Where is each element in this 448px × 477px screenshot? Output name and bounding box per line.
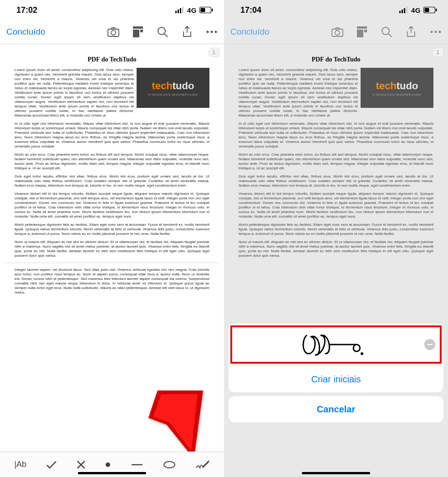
document-area[interactable]: 1 PDF do TechTudo techtudo A TECNOLOGIA … [0,44,224,477]
text-tool-icon[interactable]: |Ab [14,460,26,469]
doc-paragraph: Morbi ac odio eros. Cras pharetra enim t… [15,152,209,171]
share-icon[interactable] [181,26,193,38]
camera-icon[interactable] [331,26,343,38]
svg-point-16 [215,31,217,33]
cross-tool-icon[interactable] [76,460,86,469]
phone-left: 17:02 4G Concluído 1 [0,0,224,477]
svg-rect-10 [133,30,139,37]
done-button[interactable]: Concluído [230,27,270,37]
page-separator [5,263,219,263]
svg-point-8 [111,30,116,35]
status-time: 17:02 [16,5,37,15]
doc-paragraph: In ut odio eget orci bibendum venenatis.… [239,122,433,149]
svg-point-38 [431,31,433,33]
doc-paragraph: Nunc ut mauris elit. Aliquam ac nisl sed… [15,240,209,258]
svg-line-37 [388,34,392,37]
checkmark-tool-icon[interactable] [46,460,57,469]
svg-rect-3 [182,7,183,13]
svg-rect-6 [212,9,213,11]
share-icon[interactable] [405,26,417,38]
svg-point-32 [335,30,340,35]
page-options-icon[interactable] [132,26,144,38]
svg-rect-11 [140,30,143,32]
dot-tool-icon[interactable] [105,462,111,468]
doc-paragraph: Nunc ut mauris elit. Aliquam ac nisl sed… [239,240,433,258]
battery-icon [423,7,437,13]
techtudo-logo: techtudo A TECNOLOGIA DESCOMPLICADA [137,68,209,108]
existing-signature-row[interactable] [229,324,443,365]
svg-rect-1 [178,10,179,13]
status-right: 4G [175,6,213,14]
top-toolbar: Concluído [224,20,448,44]
oval-tool-icon[interactable] [163,461,176,469]
signal-icon [399,7,408,13]
cancel-button[interactable]: Cancelar [229,396,443,422]
svg-point-21 [106,462,110,467]
doc-paragraph: Morbi ac odio eros. Cras pharetra enim t… [239,152,433,171]
battery-icon [199,7,213,13]
svg-point-39 [435,31,437,33]
annotation-arrow [148,391,203,461]
page-options-icon[interactable] [356,26,368,38]
status-bar: 17:04 4G [224,0,448,20]
sheet-options-group: Criar iniciais [229,324,443,392]
search-icon[interactable] [157,26,168,38]
top-toolbar: Concluído [0,20,224,44]
svg-rect-33 [357,26,367,29]
camera-icon[interactable] [107,26,119,38]
status-right: 4G [399,6,437,14]
svg-rect-29 [425,8,429,12]
svg-point-36 [382,27,389,35]
svg-point-23 [164,462,175,468]
svg-point-40 [439,31,441,33]
svg-rect-9 [133,26,143,29]
more-icon[interactable] [430,26,442,38]
svg-rect-26 [404,8,405,13]
status-bar: 17:02 4G [0,0,224,20]
network-label: 4G [187,6,197,14]
svg-rect-30 [436,9,437,11]
home-indicator[interactable] [302,472,370,474]
document-title: PDF do TechTudo [5,56,219,63]
line-tool-icon[interactable] [131,463,143,466]
doc-paragraph: Integer laoreet sapien, vel tincidunt la… [15,268,209,295]
done-button[interactable]: Concluído [6,27,46,37]
document-title: PDF do TechTudo [229,56,443,63]
doc-paragraph: Duis eget tortor iaculis, efficitur nisl… [239,174,433,188]
home-indicator[interactable] [78,472,146,474]
doc-paragraph: Duis eget tortor iaculis, efficitur nisl… [15,174,209,188]
status-time: 17:04 [240,5,261,15]
page-number-badge: 1 [432,48,443,57]
document-body: techtudo A TECNOLOGIA DESCOMPLICADA Lore… [5,68,219,295]
doc-paragraph: Morbi pellentesque dignissim felis ac fa… [15,223,209,236]
network-label: 4G [411,6,421,14]
doc-paragraph: Vivamus dictum elit id dui tempor lobort… [239,192,433,219]
doc-paragraph: Vivamus dictum elit id dui tempor lobort… [15,192,209,219]
phone-right: 17:04 4G Concluído 1 [224,0,448,477]
svg-rect-27 [406,7,407,13]
doc-paragraph: Morbi pellentesque dignissim felis ac fa… [239,223,433,236]
signature-action-sheet: Criar iniciais Cancelar [229,324,443,422]
svg-point-15 [211,31,213,33]
document-area: 1 PDF do TechTudo techtudo A TECNOLOGIA … [224,44,448,477]
doc-paragraph: In ut odio eget orci bibendum venenatis.… [15,122,209,149]
svg-line-13 [164,34,168,37]
techtudo-logo: techtudo A TECNOLOGIA DESCOMPLICADA [361,68,433,108]
document-body: techtudo A TECNOLOGIA DESCOMPLICADA Lore… [229,68,443,258]
sheet-cancel-group: Cancelar [229,396,443,422]
search-icon[interactable] [381,26,392,38]
signature-tool-icon[interactable] [195,460,210,470]
create-initials-button[interactable]: Criar iniciais [229,366,443,392]
svg-rect-2 [180,8,181,13]
delete-signature-button[interactable] [424,339,435,350]
svg-point-14 [207,31,209,33]
svg-point-41 [361,353,363,355]
svg-marker-18 [153,394,198,451]
svg-rect-35 [364,30,367,32]
svg-rect-24 [399,11,401,13]
svg-rect-5 [201,8,205,12]
more-icon[interactable] [206,26,218,38]
svg-rect-25 [402,10,403,13]
svg-point-12 [158,27,165,35]
signal-icon [175,7,184,13]
